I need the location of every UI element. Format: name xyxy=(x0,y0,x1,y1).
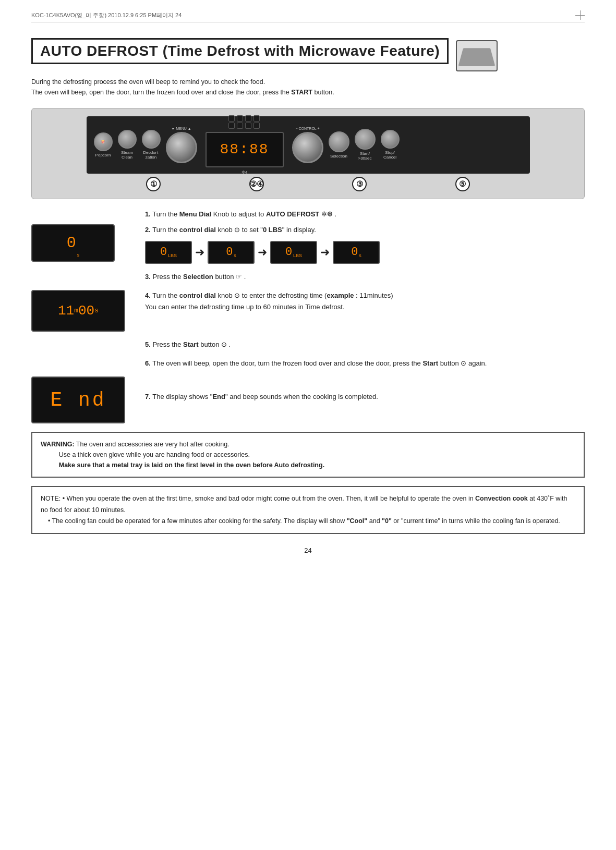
warning-label: WARNING: xyxy=(41,441,75,448)
arrow-1: ➜ xyxy=(195,242,204,262)
warning-line3: Make sure that a metal tray is laid on t… xyxy=(41,462,324,469)
warning-line1: The oven and accessories are very hot af… xyxy=(76,441,230,448)
deodori-button[interactable] xyxy=(142,130,161,149)
popcorn-button[interactable]: 🍿 xyxy=(94,132,113,151)
mode-icon-1 xyxy=(228,115,235,122)
note-box: NOTE: • When you operate the oven at the… xyxy=(31,486,585,534)
mode-icon-8 xyxy=(253,123,260,129)
control-label: − CONTROL + xyxy=(295,127,319,130)
warning-box: WARNING: The oven and accessories are ve… xyxy=(31,432,585,478)
stop-cancel-button[interactable] xyxy=(381,130,400,149)
step-display-0s: 0 s xyxy=(31,224,115,262)
selection-button[interactable] xyxy=(329,131,349,152)
step-3-row: 3. Press the Selection button ☞ . xyxy=(31,271,585,283)
note-label: NOTE: xyxy=(41,495,61,502)
step-5-row: 5. Press the Start button ⊙ . xyxy=(31,339,585,350)
step-7-block: E nd 7. The display shows "End" and beep… xyxy=(31,377,585,423)
step-3-text: 3. Press the Selection button ☞ . xyxy=(145,271,585,283)
steam-clean-button[interactable] xyxy=(118,130,137,149)
page-title: AUTO DEFROST (Time Defrost with Microwav… xyxy=(31,38,449,64)
crosshair-icon xyxy=(575,10,585,20)
step-indicator-5: ⑤ xyxy=(455,177,470,191)
oven-display: 88:88 xyxy=(206,132,284,167)
subtitle-line2: The oven will beep, open the door, turn … xyxy=(31,89,334,96)
note-bullet2: • The cooling fan could be operated for … xyxy=(41,517,560,525)
page-number: 24 xyxy=(31,547,585,554)
step-2-text: 2. Turn the control dial knob ⊙ to set "… xyxy=(145,224,585,264)
seq-display-3: 0 LBS xyxy=(270,241,317,264)
tray-image xyxy=(456,40,498,71)
subtitle-block: During the defrosting process the oven w… xyxy=(31,77,585,98)
end-display-text: E nd xyxy=(50,389,106,411)
start-button-area: Start/>30sec xyxy=(355,129,376,161)
page-title-area: AUTO DEFROST (Time Defrost with Microwav… xyxy=(31,38,585,71)
selection-button-area: Selection xyxy=(329,131,349,159)
arrow-3: ➜ xyxy=(320,242,330,262)
oven-display-digits: 88:88 xyxy=(220,141,269,157)
step-1-row: 1. Turn the Menu Dial Knob to adjust to … xyxy=(31,209,585,220)
step-6-row: 6. The oven will beep, open the door, tu… xyxy=(31,358,585,369)
doc-header: KOC-1C4K5AVO(영_미 주항) 2010.12.9 6:25 PM페이… xyxy=(31,10,585,22)
menu-down-arrow: ▼ MENU ▲ xyxy=(171,127,191,130)
step-indicator-1: ① xyxy=(146,177,161,191)
end-display: E nd xyxy=(31,377,125,423)
seq-display-4: 0 s xyxy=(333,241,380,264)
mode-icon-6 xyxy=(237,123,243,129)
star-indicator: ✲4 xyxy=(241,170,247,175)
doc-header-text: KOC-1C4K5AVO(영_미 주항) 2010.12.9 6:25 PM페이… xyxy=(31,11,182,19)
step-4-text: 4. Turn the control dial knob ⊙ to enter… xyxy=(145,290,585,313)
steam-clean-button-area: SteamClean xyxy=(118,130,137,160)
step-indicator-24: ②④ xyxy=(249,177,264,191)
steps-container: 1. Turn the Menu Dial Knob to adjust to … xyxy=(31,209,585,423)
warning-line2: Use a thick oven glove while you are han… xyxy=(41,451,250,458)
note-bullet1: • When you operate the oven at the first… xyxy=(41,495,567,513)
oven-panel: 🍿 Popcorn SteamClean Deodori-zation ▼ ME… xyxy=(31,108,585,199)
step-indicator-3: ③ xyxy=(352,177,367,191)
arrow-2: ➜ xyxy=(258,242,267,262)
seq-display-1: 0 LBS xyxy=(145,241,192,264)
seq-display-2: 0 s xyxy=(208,241,255,264)
mode-icon-7 xyxy=(245,123,251,129)
menu-dial-knob[interactable] xyxy=(166,132,197,163)
start-button[interactable] xyxy=(355,129,376,150)
step-4-block: 11 m 00 s 4. Turn the control dial knob … xyxy=(31,290,585,332)
tray-shape xyxy=(458,48,496,66)
step-2-block: 0 s 2. Turn the control dial knob ⊙ to s… xyxy=(31,224,585,264)
deodori-button-area: Deodori-zation xyxy=(142,130,161,160)
mode-icon-4 xyxy=(253,115,260,122)
step-6-text: 6. The oven will beep, open the door, tu… xyxy=(145,358,585,369)
mode-icon-3 xyxy=(245,115,251,122)
oven-control-panel: 🍿 Popcorn SteamClean Deodori-zation ▼ ME… xyxy=(87,116,530,174)
control-dial-knob[interactable] xyxy=(292,132,323,163)
stop-button-area: Stop/Cancel xyxy=(381,130,400,160)
step-5-text: 5. Press the Start button ⊙ . xyxy=(145,339,585,350)
step-1-text: 1. Turn the Menu Dial Knob to adjust to … xyxy=(145,209,585,220)
popcorn-button-area: 🍿 Popcorn xyxy=(94,132,113,157)
step-7-text: 7. The display shows "End" and beep soun… xyxy=(145,391,585,403)
step-display-1100: 11 m 00 s xyxy=(31,290,125,332)
mode-icon-2 xyxy=(237,115,243,122)
subtitle-line1: During the defrosting process the oven w… xyxy=(31,78,265,86)
mode-icon-5 xyxy=(228,123,235,129)
